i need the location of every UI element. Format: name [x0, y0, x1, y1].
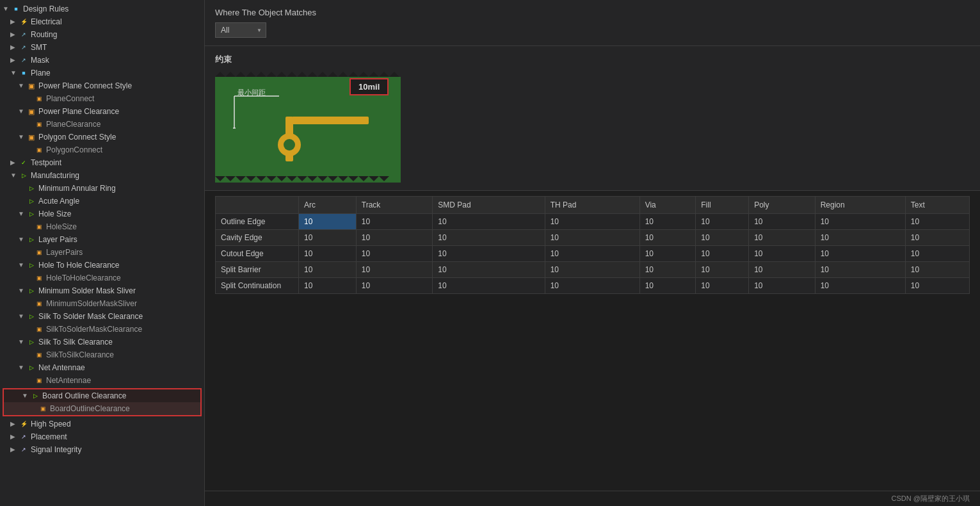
- row-value-cell[interactable]: 10: [696, 214, 749, 230]
- row-value-cell[interactable]: 10: [815, 278, 905, 294]
- row-name-cell[interactable]: Cavity Edge: [216, 230, 299, 246]
- row-value-cell[interactable]: 10: [905, 246, 969, 262]
- row-value-cell[interactable]: 10: [749, 230, 815, 246]
- sidebar-item-acute-angle[interactable]: ▷ Acute Angle: [0, 195, 204, 208]
- sidebar-item-layer-pairs-sub[interactable]: ▣ LayerPairs: [0, 246, 204, 259]
- row-value-cell[interactable]: 10: [749, 262, 815, 278]
- sidebar-item-plane[interactable]: ■ Plane: [0, 67, 204, 79]
- pclear-icon: ▣: [35, 120, 44, 129]
- row-value-cell[interactable]: 10: [299, 246, 357, 262]
- row-value-cell[interactable]: 10: [299, 230, 357, 246]
- sidebar-item-hole-to-hole[interactable]: ▷ Hole To Hole Clearance: [0, 259, 204, 272]
- row-value-cell[interactable]: 10: [639, 230, 696, 246]
- row-value-cell[interactable]: 10: [815, 230, 905, 246]
- sidebar-item-high-speed[interactable]: ⚡ High Speed: [0, 418, 204, 430]
- sidebar-item-manufacturing[interactable]: ▷ Manufacturing: [0, 169, 204, 182]
- arrow-mask: [10, 56, 18, 64]
- row-name-cell[interactable]: Split Continuation: [216, 278, 299, 294]
- row-value-cell[interactable]: 10: [299, 214, 357, 230]
- row-value-cell[interactable]: 10: [815, 214, 905, 230]
- sidebar-item-polygon-connect-sub[interactable]: ▣ PolygonConnect: [0, 143, 204, 156]
- row-value-cell[interactable]: 10: [356, 278, 432, 294]
- sidebar-item-plane-clearance[interactable]: ▣ PlaneClearance: [0, 118, 204, 131]
- row-value-cell[interactable]: 10: [433, 246, 545, 262]
- row-value-cell[interactable]: 10: [639, 246, 696, 262]
- row-value-cell[interactable]: 10: [433, 214, 545, 230]
- table-row[interactable]: Split Continuation101010101010101010: [216, 278, 970, 294]
- arrow-stsk: [18, 338, 26, 346]
- sidebar-item-silk-to-silk[interactable]: ▷ Silk To Silk Clearance: [0, 336, 204, 348]
- sidebar-item-smt[interactable]: ↗ SMT: [0, 41, 204, 54]
- sidebar-item-design-rules[interactable]: ■ Design Rules: [0, 3, 204, 15]
- row-value-cell[interactable]: 10: [749, 278, 815, 294]
- row-value-cell[interactable]: 10: [905, 262, 969, 278]
- sidebar-item-silk-to-silk-sub[interactable]: ▣ SilkToSilkClearance: [0, 348, 204, 361]
- row-value-cell[interactable]: 10: [545, 262, 639, 278]
- sidebar-item-power-plane-connect[interactable]: ▣ Power Plane Connect Style: [0, 79, 204, 92]
- object-match-dropdown[interactable]: All: [215, 22, 266, 38]
- row-value-cell[interactable]: 10: [545, 278, 639, 294]
- sidebar-item-hole-to-hole-sub[interactable]: ▣ HoleToHoleClearance: [0, 272, 204, 284]
- sidebar-item-signal-integrity[interactable]: ↗ Signal Integrity: [0, 443, 204, 456]
- sidebar-item-polygon-connect[interactable]: ▣ Polygon Connect Style: [0, 131, 204, 143]
- row-value-cell[interactable]: 10: [749, 246, 815, 262]
- sidebar-item-plane-connect[interactable]: ▣ PlaneConnect: [0, 92, 204, 105]
- sidebar-item-routing[interactable]: ↗ Routing: [0, 28, 204, 41]
- row-value-cell[interactable]: 10: [696, 278, 749, 294]
- row-name-cell[interactable]: Split Barrier: [216, 262, 299, 278]
- sidebar-item-board-outline[interactable]: ▷ Board Outline Clearance: [4, 389, 200, 402]
- row-value-cell[interactable]: 10: [545, 214, 639, 230]
- sidebar-item-net-antennae[interactable]: ▷ Net Antennae: [0, 361, 204, 374]
- sidebar-item-testpoint[interactable]: ✓ Testpoint: [0, 156, 204, 169]
- row-value-cell[interactable]: 10: [905, 278, 969, 294]
- row-value-cell[interactable]: 10: [299, 278, 357, 294]
- row-value-cell[interactable]: 10: [433, 230, 545, 246]
- row-value-cell[interactable]: 10: [905, 214, 969, 230]
- row-value-cell[interactable]: 10: [749, 214, 815, 230]
- sidebar-item-min-solder-mask-sub[interactable]: ▣ MinimumSolderMaskSliver: [0, 297, 204, 310]
- row-value-cell[interactable]: 10: [696, 246, 749, 262]
- stsksub-label: SilkToSilkClearance: [46, 350, 114, 359]
- sidebar-item-silk-to-solder[interactable]: ▷ Silk To Solder Mask Clearance: [0, 310, 204, 323]
- row-value-cell[interactable]: 10: [639, 278, 696, 294]
- sidebar-item-net-antennae-sub[interactable]: ▣ NetAntennae: [0, 374, 204, 387]
- hssub-icon: ▣: [35, 222, 44, 231]
- row-value-cell[interactable]: 10: [356, 230, 432, 246]
- ppclear-icon: ▣: [27, 107, 36, 116]
- sidebar-item-hole-size[interactable]: ▷ Hole Size: [0, 208, 204, 220]
- table-row[interactable]: Split Barrier101010101010101010: [216, 262, 970, 278]
- row-value-cell[interactable]: 10: [815, 246, 905, 262]
- sidebar-item-electrical[interactable]: ⚡ Electrical: [0, 15, 204, 28]
- row-value-cell[interactable]: 10: [696, 230, 749, 246]
- row-name-cell[interactable]: Outline Edge: [216, 214, 299, 230]
- row-value-cell[interactable]: 10: [299, 262, 357, 278]
- row-value-cell[interactable]: 10: [433, 262, 545, 278]
- sidebar-item-silk-to-solder-sub[interactable]: ▣ SilkToSolderMaskClearance: [0, 323, 204, 336]
- row-value-cell[interactable]: 10: [545, 246, 639, 262]
- row-value-cell[interactable]: 10: [356, 262, 432, 278]
- row-value-cell[interactable]: 10: [696, 262, 749, 278]
- row-value-cell[interactable]: 10: [433, 278, 545, 294]
- row-value-cell[interactable]: 10: [545, 230, 639, 246]
- row-name-cell[interactable]: Cutout Edge: [216, 246, 299, 262]
- row-value-cell[interactable]: 10: [356, 246, 432, 262]
- where-matches-area: Where The Object Matches All: [205, 0, 980, 46]
- sidebar-item-board-outline-sub[interactable]: ▣ BoardOutlineClearance: [4, 402, 200, 415]
- row-value-cell[interactable]: 10: [639, 262, 696, 278]
- row-value-cell[interactable]: 10: [356, 214, 432, 230]
- row-value-cell[interactable]: 10: [815, 262, 905, 278]
- row-value-cell[interactable]: 10: [639, 214, 696, 230]
- sidebar-item-min-solder-mask[interactable]: ▷ Minimum Solder Mask Sliver: [0, 284, 204, 297]
- constraint-value-box[interactable]: 10mil: [349, 78, 389, 95]
- table-row[interactable]: Cutout Edge101010101010101010: [216, 246, 970, 262]
- row-value-cell[interactable]: 10: [905, 230, 969, 246]
- table-row[interactable]: Outline Edge101010101010101010: [216, 214, 970, 230]
- sidebar-item-layer-pairs[interactable]: ▷ Layer Pairs: [0, 233, 204, 246]
- sidebar-item-placement[interactable]: ↗ Placement: [0, 430, 204, 443]
- sidebar-item-min-annular[interactable]: ▷ Minimum Annular Ring: [0, 182, 204, 195]
- sidebar-item-hole-size-sub[interactable]: ▣ HoleSize: [0, 220, 204, 233]
- table-row[interactable]: Cavity Edge101010101010101010: [216, 230, 970, 246]
- pgcsub-icon: ▣: [35, 145, 44, 154]
- sidebar-item-mask[interactable]: ↗ Mask: [0, 54, 204, 67]
- sidebar-item-power-plane-clearance[interactable]: ▣ Power Plane Clearance: [0, 105, 204, 118]
